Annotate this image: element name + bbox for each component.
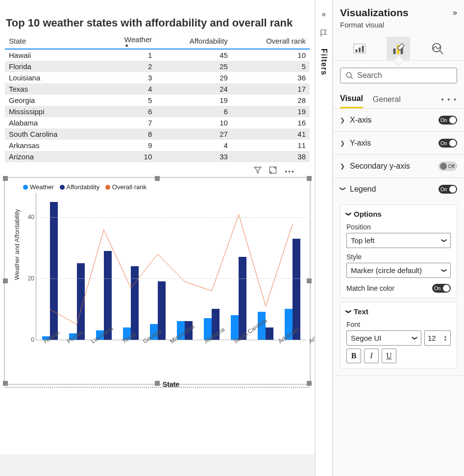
resize-handle[interactable] xyxy=(307,381,312,386)
bar-group[interactable] xyxy=(279,193,306,340)
chevron-down-icon: ❯ xyxy=(441,238,447,243)
bar-group[interactable] xyxy=(198,193,225,340)
svg-rect-3 xyxy=(359,48,361,52)
bar-group[interactable] xyxy=(171,193,198,340)
tab-general[interactable]: General xyxy=(373,91,401,108)
resize-handle[interactable] xyxy=(3,381,8,386)
legend-item-affordability[interactable]: Affordability xyxy=(60,183,100,191)
table-row[interactable]: Georgia51928 xyxy=(5,95,310,106)
font-label: Font xyxy=(346,321,451,328)
table-row[interactable]: Arkansas9411 xyxy=(5,140,310,151)
table-row[interactable]: South Carolina82741 xyxy=(5,128,310,140)
acc-legend[interactable]: ❯ Legend On xyxy=(333,178,464,200)
toggle-xaxis[interactable]: On xyxy=(439,116,457,125)
focus-mode-icon[interactable] xyxy=(269,166,277,175)
table-row[interactable]: Louisiana32936 xyxy=(5,72,310,83)
bar-group[interactable] xyxy=(36,193,63,340)
underline-button[interactable]: U xyxy=(382,349,396,363)
filter-icon[interactable] xyxy=(254,166,262,175)
column-header[interactable]: Affordability xyxy=(156,33,232,49)
toggle-yaxis[interactable]: On xyxy=(439,139,457,148)
acc-secondary-yaxis[interactable]: ❯ Secondary y-axis Off xyxy=(333,155,464,177)
filters-label[interactable]: Filters xyxy=(319,49,328,75)
acc-yaxis[interactable]: ❯ Y-axis On xyxy=(333,132,464,154)
analytics-tab-icon[interactable] xyxy=(426,37,449,60)
table-cell: 19 xyxy=(232,106,310,117)
tab-visual[interactable]: Visual xyxy=(340,90,363,108)
legend-item-weather[interactable]: Weather xyxy=(23,183,54,191)
column-header[interactable]: Weather▲ xyxy=(98,33,156,49)
font-family-select[interactable]: Segoe UI ❯ xyxy=(346,330,421,346)
bar-group[interactable] xyxy=(90,193,117,340)
bar-group[interactable] xyxy=(144,193,171,340)
expand-chevron-icon[interactable]: » xyxy=(453,8,457,17)
build-visual-tab-icon[interactable] xyxy=(348,37,371,60)
report-canvas: Top 10 weather states with affordability… xyxy=(0,0,315,476)
resize-handle[interactable] xyxy=(3,176,8,181)
table-cell: 5 xyxy=(232,61,310,72)
sort-asc-icon: ▲ xyxy=(101,44,152,47)
subcard-options[interactable]: ❯ Options xyxy=(346,210,451,218)
legend-item-overall[interactable]: Overall rank xyxy=(105,183,147,191)
bold-button[interactable]: B xyxy=(346,349,361,363)
bar-group[interactable] xyxy=(225,193,252,340)
pane-title: Visualizations xyxy=(340,7,409,19)
spinner-down-icon[interactable]: ▼ xyxy=(443,338,447,342)
table-row[interactable]: Texas42417 xyxy=(5,83,310,95)
bar-group[interactable] xyxy=(252,193,279,340)
table-row[interactable]: Mississippi6619 xyxy=(5,106,310,117)
chevron-down-icon: ❯ xyxy=(340,186,346,192)
match-line-color-label: Match line color xyxy=(346,284,394,292)
bar-affordability[interactable] xyxy=(50,202,58,339)
table-cell: 2 xyxy=(98,61,156,72)
data-table[interactable]: StateWeather▲AffordabilityOverall rank H… xyxy=(5,33,310,162)
table-row[interactable]: Hawaii14510 xyxy=(5,49,310,61)
table-cell: 19 xyxy=(156,95,232,106)
table-cell: South Carolina xyxy=(5,128,98,140)
style-select[interactable]: Marker (circle default) ❯ xyxy=(346,263,451,278)
svg-rect-4 xyxy=(362,46,364,52)
table-cell: 7 xyxy=(98,117,156,128)
italic-button[interactable]: I xyxy=(364,349,379,363)
table-cell: Louisiana xyxy=(5,72,98,83)
chevron-right-icon: ❯ xyxy=(340,163,346,170)
subcard-text[interactable]: ❯ Text xyxy=(346,307,451,316)
toggle-secondary-yaxis[interactable]: Off xyxy=(439,162,457,171)
table-row[interactable]: Florida2255 xyxy=(5,61,310,72)
table-cell: 5 xyxy=(98,95,156,106)
resize-handle[interactable] xyxy=(307,278,312,283)
table-cell: 27 xyxy=(156,128,232,140)
table-cell: 11 xyxy=(232,140,310,151)
resize-handle[interactable] xyxy=(3,278,8,283)
table-cell: Arizona xyxy=(5,151,98,162)
table-row[interactable]: Alabama71016 xyxy=(5,117,310,128)
bar-group[interactable] xyxy=(63,193,90,340)
tab-more-icon[interactable]: • • • xyxy=(441,96,457,103)
position-select[interactable]: Top left ❯ xyxy=(346,233,451,248)
y-tick-label: 20 xyxy=(22,275,34,282)
combo-chart-visual[interactable]: Weather Affordability Overall rank Weath… xyxy=(5,178,310,384)
table-cell: 1 xyxy=(98,49,156,61)
column-header[interactable]: State xyxy=(5,33,98,49)
visualizations-pane: Visualizations » Format visual Search Vi… xyxy=(333,0,464,476)
collapse-chevron-icon[interactable]: « xyxy=(322,10,326,19)
acc-xaxis[interactable]: ❯ X-axis On xyxy=(333,109,464,131)
table-row[interactable]: Arizona103338 xyxy=(5,151,310,162)
bar-group[interactable] xyxy=(117,193,144,340)
chevron-down-icon: ❯ xyxy=(441,268,447,273)
bookmark-icon[interactable] xyxy=(319,28,328,39)
resize-handle[interactable] xyxy=(155,176,160,181)
more-options-icon[interactable]: ••• xyxy=(285,168,295,175)
y-axis-title: Weather and Affordability xyxy=(13,209,21,280)
search-input[interactable]: Search xyxy=(340,68,457,83)
toggle-legend[interactable]: On xyxy=(439,185,457,194)
table-cell: 28 xyxy=(232,95,310,106)
table-cell: 36 xyxy=(232,72,310,83)
report-title: Top 10 weather states with affordability… xyxy=(6,17,310,29)
resize-handle[interactable] xyxy=(307,176,312,181)
toggle-match-line-color[interactable]: On xyxy=(432,284,451,293)
column-header[interactable]: Overall rank xyxy=(232,33,310,49)
font-size-input[interactable]: 12 ▲▼ xyxy=(424,330,451,346)
svg-line-11 xyxy=(351,77,353,79)
table-cell: Arkansas xyxy=(5,140,98,151)
